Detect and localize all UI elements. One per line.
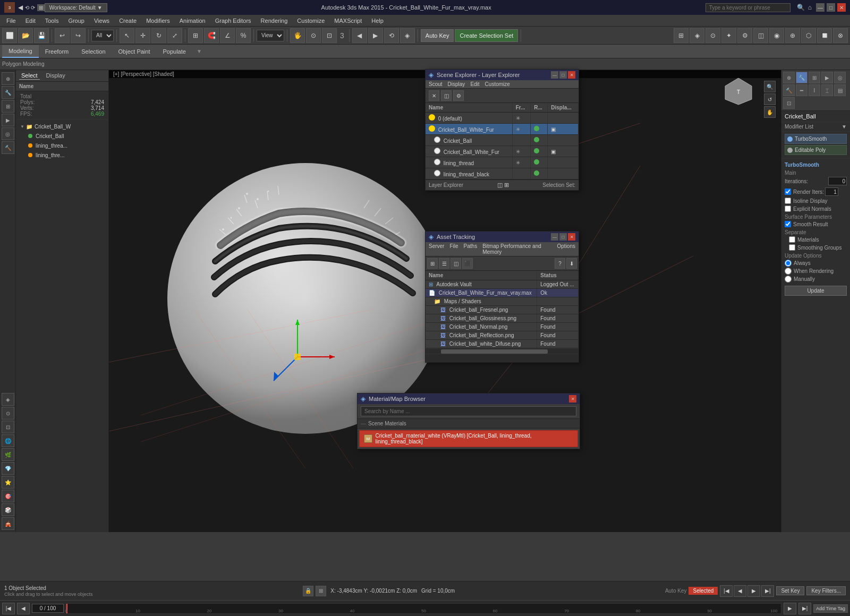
tl-prev-key[interactable]: |◀ — [2, 603, 15, 614]
tb-r3[interactable]: ⊙ — [706, 28, 720, 43]
le-tb-delete[interactable]: ✕ — [429, 90, 439, 101]
at-btn4[interactable]: ⬛ — [462, 258, 473, 269]
rp-extra5[interactable]: ⊡ — [783, 97, 795, 109]
le-tb-file[interactable]: ◫ — [441, 90, 452, 101]
le-tb-settings[interactable]: ⚙ — [453, 90, 464, 101]
tb-r9[interactable]: ⬡ — [801, 28, 816, 43]
view-dropdown[interactable]: View — [257, 30, 284, 41]
le-menu-customize[interactable]: Customize — [485, 81, 510, 87]
modifier-turbosmooth[interactable]: TurboSmooth — [785, 134, 847, 144]
tab-selection[interactable]: Selection — [75, 45, 112, 58]
tree-item-lining1[interactable]: lining_threa... — [18, 141, 106, 150]
sidebar-display[interactable]: ◎ — [2, 127, 14, 140]
ts-explicit-checkbox[interactable] — [785, 206, 791, 212]
layer-row-cricket-ball[interactable]: Cricket_Ball — [426, 135, 579, 146]
status-icon-grid[interactable]: ⊞ — [316, 586, 326, 596]
ts-manually-radio[interactable] — [785, 276, 792, 283]
tab-freeform[interactable]: Freeform — [39, 45, 75, 58]
at-btn1[interactable]: ⊞ — [427, 258, 438, 269]
play-btn-4[interactable]: ▶| — [761, 585, 774, 597]
at-btn3[interactable]: ◫ — [450, 258, 461, 269]
le-menu-edit[interactable]: Edit — [470, 81, 479, 87]
at-row-difuse[interactable]: 🖼 Cricket_ball_white_Difuse.png Found — [426, 340, 579, 348]
le-maximize[interactable]: □ — [559, 71, 567, 79]
minimize-button[interactable]: — — [816, 3, 824, 12]
tb-snap-angle[interactable]: ∠ — [220, 28, 235, 43]
menu-views[interactable]: Views — [90, 15, 114, 26]
le-menu-display[interactable]: Display — [448, 81, 465, 87]
mb-material-item[interactable]: M Cricket_ball_material_white (VRayMtl) … — [359, 430, 578, 447]
at-btn2[interactable]: ☰ — [439, 258, 449, 269]
sidebar-bottom5[interactable]: 🌿 — [2, 448, 14, 461]
le-footer-icons[interactable]: ◫ ⊞ — [497, 182, 509, 189]
le-minimize[interactable]: — — [551, 71, 558, 79]
ts-render-checkbox[interactable] — [785, 189, 791, 195]
at-row-reflection[interactable]: 🖼 Cricket_ball_Reflection.png Found — [426, 331, 579, 340]
search-input[interactable] — [706, 3, 790, 12]
tb-save[interactable]: 💾 — [34, 28, 49, 43]
sidebar-hierarchy[interactable]: ⊞ — [2, 100, 14, 113]
tb-open[interactable]: 📂 — [18, 28, 33, 43]
at-menu-paths[interactable]: Paths — [464, 243, 478, 255]
menu-rendering[interactable]: Rendering — [257, 15, 292, 26]
layer-explorer-titlebar[interactable]: ◈ Scene Explorer - Layer Explorer — □ ✕ — [426, 70, 579, 80]
vp-label[interactable]: [+] [Perspective] [Shaded] — [113, 71, 174, 77]
at-menu-file[interactable]: File — [449, 243, 458, 255]
vp-zoom[interactable]: 🔍 — [764, 81, 776, 92]
tab-modeling[interactable]: Modeling — [2, 45, 39, 58]
asset-tracking-titlebar[interactable]: ◈ Asset Tracking — □ ✕ — [426, 232, 579, 242]
mb-search-input[interactable] — [361, 406, 576, 416]
tb-nav1[interactable]: ◀ — [352, 28, 367, 43]
at-btn5[interactable]: ? — [555, 258, 565, 269]
rp-create-icon[interactable]: ⊕ — [783, 72, 795, 83]
tl-prev-frame[interactable]: ◀ — [17, 603, 30, 614]
ts-render-input[interactable] — [825, 187, 838, 196]
key-filters-button[interactable]: Key Filters... — [806, 586, 846, 595]
at-row-normal[interactable]: 🖼 Cricket_ball_Normal.png Found — [426, 323, 579, 331]
ts-always-radio[interactable] — [785, 260, 792, 267]
panel-tab-display[interactable]: Display — [44, 72, 67, 80]
sidebar-bottom3[interactable]: ⊡ — [2, 421, 14, 433]
search-icon[interactable]: 🔍 — [797, 4, 805, 11]
vp-pan[interactable]: ✋ — [764, 106, 776, 118]
layer-row-lining-black[interactable]: lining_thread_black — [426, 168, 579, 179]
workspace-dropdown[interactable]: Workspace: Default ▼ — [45, 3, 107, 12]
menu-customize[interactable]: Customize — [293, 15, 329, 26]
sidebar-bottom7[interactable]: ⭐ — [2, 476, 14, 489]
maximize-button[interactable]: □ — [827, 3, 835, 12]
menu-graph-editors[interactable]: Graph Editors — [211, 15, 256, 26]
rp-display-icon[interactable]: ◎ — [834, 72, 846, 83]
play-btn-3[interactable]: ▶ — [747, 585, 760, 597]
tl-frame-display[interactable]: 0 / 100 — [32, 604, 64, 613]
tb-nav4[interactable]: ◈ — [400, 28, 415, 43]
tree-item-root[interactable]: ▼ 📁 Cricket_Ball_W — [18, 122, 106, 131]
tab-object-paint[interactable]: Object Paint — [112, 45, 157, 58]
tb-nav2[interactable]: ▶ — [368, 28, 383, 43]
tl-next-frame[interactable]: ▶ — [784, 603, 796, 614]
tb-move[interactable]: ✛ — [135, 28, 150, 43]
modifier-dropdown-arrow[interactable]: ▼ — [842, 124, 847, 130]
status-icon-lock[interactable]: 🔒 — [303, 586, 313, 596]
menu-group[interactable]: Group — [64, 15, 89, 26]
tb-r8[interactable]: ⊕ — [785, 28, 800, 43]
tb-r11[interactable]: ⊗ — [833, 28, 848, 43]
at-row-max-file[interactable]: 📄 Cricket_Ball_White_Fur_max_vray.max Ok — [426, 289, 579, 297]
material-browser-titlebar[interactable]: ◈ Material/Map Browser ✕ — [358, 393, 580, 404]
sidebar-utilities[interactable]: 🔨 — [2, 141, 14, 154]
tb-zoom-extent[interactable]: ⊡ — [322, 28, 337, 43]
tb-r5[interactable]: ⚙ — [737, 28, 752, 43]
create-selection-button[interactable]: Auto Key — [421, 29, 454, 42]
le-menu-scout[interactable]: Scout — [429, 81, 443, 87]
menu-animation[interactable]: Animation — [175, 15, 210, 26]
layer-row-cricket-ball-wf2[interactable]: Cricket_Ball_White_Fur ✳ ▣ — [426, 146, 579, 157]
ts-smoothing-groups-checkbox[interactable] — [789, 244, 795, 251]
sidebar-create[interactable]: ⊕ — [2, 72, 14, 85]
menu-edit[interactable]: Edit — [21, 15, 40, 26]
tb-r10[interactable]: 🔲 — [817, 28, 832, 43]
nav-cube[interactable]: T — [722, 75, 754, 107]
sidebar-bottom4[interactable]: 🌐 — [2, 434, 14, 447]
tb-rotate[interactable]: ↻ — [151, 28, 166, 43]
tree-item-lining2[interactable]: lining_thre... — [18, 150, 106, 160]
layer-row-cricket-ball-white-fur[interactable]: Cricket_Ball_White_Fur ✳ ▣ — [426, 124, 579, 135]
set-key-button[interactable]: Set Key — [776, 586, 804, 595]
